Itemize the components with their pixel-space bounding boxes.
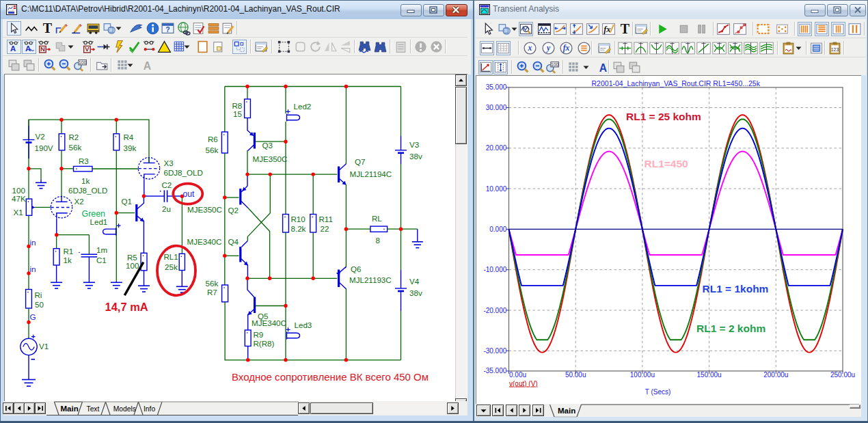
svg-text:20.000: 20.000: [486, 144, 507, 152]
svg-text:Led3: Led3: [295, 320, 312, 329]
svg-text:G: G: [30, 312, 36, 322]
svg-text:R6: R6: [208, 135, 218, 144]
svg-text:out: out: [183, 189, 195, 199]
svg-text:38v: 38v: [409, 152, 422, 161]
svg-text:N: N: [40, 45, 45, 53]
svg-text:56k: 56k: [206, 279, 219, 288]
svg-text:250.00u: 250.00u: [830, 371, 855, 379]
svg-text:X1: X1: [14, 208, 23, 217]
svg-text:Q6: Q6: [351, 264, 361, 273]
svg-text:50.00u: 50.00u: [565, 371, 586, 379]
svg-text:6DJ8_OLD: 6DJ8_OLD: [164, 168, 203, 177]
svg-text:8: 8: [376, 236, 380, 245]
svg-text:R9: R9: [254, 330, 264, 339]
svg-text:A: A: [599, 62, 607, 74]
svg-text:V3: V3: [409, 140, 419, 149]
svg-text:x: x: [528, 44, 532, 52]
svg-text:Main: Main: [558, 407, 575, 415]
svg-text:C1: C1: [96, 256, 107, 264]
svg-text:R2: R2: [69, 133, 79, 141]
svg-text:-30.000: -30.000: [483, 347, 506, 355]
svg-text:A: A: [144, 60, 151, 72]
svg-text:RL1: RL1: [164, 252, 178, 261]
svg-text:38v: 38v: [409, 288, 422, 297]
svg-text:X2: X2: [74, 197, 84, 206]
svg-text:50: 50: [35, 300, 44, 309]
svg-text:in: in: [30, 264, 36, 274]
svg-text:fx: fx: [562, 44, 569, 53]
svg-text:MJE350C: MJE350C: [187, 205, 222, 214]
svg-text:RL1 = 1kohm: RL1 = 1kohm: [703, 283, 769, 295]
svg-text:MJE340C: MJE340C: [187, 237, 222, 246]
svg-text:30.000: 30.000: [486, 104, 507, 111]
svg-text:100.00u: 100.00u: [630, 371, 655, 379]
svg-text:MJE340C: MJE340C: [252, 318, 286, 327]
svg-text:R7: R7: [207, 288, 217, 297]
svg-text:R(R8): R(R8): [254, 339, 275, 348]
svg-text:Models: Models: [113, 405, 136, 413]
svg-text:Q1: Q1: [122, 197, 132, 206]
svg-text:25k: 25k: [165, 262, 178, 271]
svg-text:Text: Text: [87, 405, 100, 413]
svg-text:14,7 mA: 14,7 mA: [105, 301, 148, 313]
svg-text:Led2: Led2: [294, 102, 312, 111]
svg-text:T: T: [621, 22, 629, 36]
svg-text:MJL21193C: MJL21193C: [349, 275, 392, 284]
svg-text:R10: R10: [291, 215, 306, 223]
svg-text:T: T: [43, 21, 52, 36]
svg-text:47K: 47K: [12, 194, 26, 203]
svg-text:Q7: Q7: [355, 157, 365, 166]
svg-text:1m: 1m: [96, 245, 107, 254]
svg-text:22: 22: [321, 224, 329, 233]
svg-text:MJE350C: MJE350C: [253, 154, 288, 163]
svg-text:Main: Main: [61, 405, 79, 413]
svg-text:R11: R11: [319, 215, 333, 223]
svg-text:Входное сопротивление ВК всего: Входное сопротивление ВК всего 450 Ом: [232, 371, 429, 383]
svg-text:150.00u: 150.00u: [697, 371, 722, 379]
svg-text:R2001-04_Lachinyan_VAS_Rout.CI: R2001-04_Lachinyan_VAS_Rout.CIR RL1=450.…: [592, 79, 761, 87]
svg-text:0.000: 0.000: [489, 226, 506, 233]
svg-text:X3: X3: [164, 159, 174, 167]
svg-text:1k: 1k: [64, 256, 72, 264]
svg-text:Q4: Q4: [228, 237, 239, 246]
svg-text:MJL21194C: MJL21194C: [350, 169, 392, 178]
svg-text:56k: 56k: [206, 146, 219, 154]
svg-text:200.00u: 200.00u: [763, 371, 788, 379]
svg-text:v(out) (V): v(out) (V): [509, 380, 538, 387]
svg-text:Q3: Q3: [262, 141, 273, 150]
svg-text:1k: 1k: [81, 176, 90, 185]
svg-text:in: in: [30, 238, 36, 247]
svg-text:fx: fx: [603, 25, 611, 34]
svg-text:R3: R3: [79, 156, 89, 165]
svg-text:-10.000: -10.000: [483, 266, 506, 273]
svg-text:8.2k: 8.2k: [291, 224, 306, 233]
svg-text:RL1 = 25 kohm: RL1 = 25 kohm: [626, 111, 701, 122]
svg-text:V4: V4: [409, 277, 420, 286]
svg-text:A: A: [25, 44, 30, 53]
svg-text:39k: 39k: [124, 144, 137, 152]
svg-text:15: 15: [233, 109, 242, 118]
svg-text:RL1 = 2 kohm: RL1 = 2 kohm: [696, 323, 765, 334]
svg-text:V1: V1: [39, 342, 49, 351]
svg-text:6DJ8_OLD: 6DJ8_OLD: [68, 186, 107, 195]
svg-text:R4: R4: [124, 133, 134, 141]
svg-text:y: y: [545, 44, 550, 53]
svg-text:Green: Green: [82, 209, 106, 219]
svg-text:Q2: Q2: [228, 206, 239, 215]
svg-text:0.00u: 0.00u: [509, 371, 526, 379]
svg-text:100: 100: [126, 261, 139, 270]
svg-text:Ri: Ri: [35, 290, 42, 299]
svg-text:V: V: [85, 45, 90, 53]
svg-text:190V: 190V: [35, 144, 53, 152]
svg-text:R1: R1: [64, 247, 74, 256]
svg-text:A: A: [10, 44, 16, 53]
svg-text:?: ?: [165, 25, 169, 33]
svg-text:R8: R8: [232, 101, 243, 110]
svg-text:-20.000: -20.000: [483, 307, 506, 314]
svg-text:C2: C2: [162, 180, 172, 189]
svg-text:10.000: 10.000: [486, 185, 507, 193]
svg-text:56k: 56k: [69, 143, 82, 152]
svg-text:T (Secs): T (Secs): [645, 388, 671, 396]
svg-text:Info: Info: [144, 405, 155, 413]
svg-text:123: 123: [830, 47, 839, 52]
